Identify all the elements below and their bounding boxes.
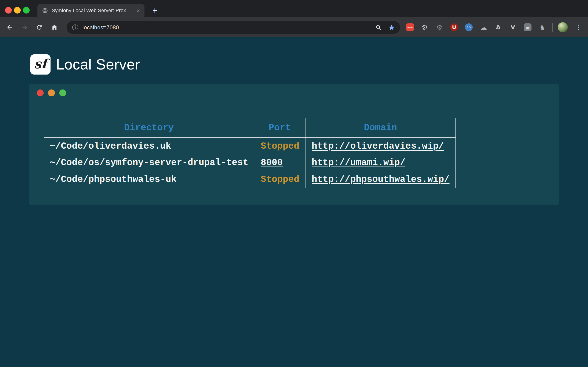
address-bar[interactable]: ⓘ localhost:7080 xyxy=(67,21,400,34)
port-link[interactable]: 8000 xyxy=(261,158,283,168)
domain-link[interactable]: http://phpsouthwales.wip/ xyxy=(312,174,450,185)
tab-strip: Symfony Local Web Server: Prox × + xyxy=(0,0,588,17)
extension-box-icon[interactable]: ▣ xyxy=(524,23,531,31)
reload-icon xyxy=(36,24,43,31)
servers-table: Directory Port Domain ~/Code/oliverdavie… xyxy=(44,118,456,188)
directory-cell: ~/Code/oliverdavies.uk xyxy=(44,138,254,154)
window-zoom-button[interactable] xyxy=(23,7,30,14)
column-header-port: Port xyxy=(254,118,305,138)
port-status: Stopped xyxy=(261,174,299,185)
tab-title: Symfony Local Web Server: Prox xyxy=(52,8,134,14)
page-info-icon[interactable]: ⓘ xyxy=(72,23,78,32)
extension-red-dots-icon[interactable]: ••• xyxy=(406,23,414,31)
column-header-domain: Domain xyxy=(305,118,456,138)
table-row: ~/Code/phpsouthwales-uk Stopped http://p… xyxy=(44,171,456,188)
forward-button[interactable] xyxy=(19,22,30,33)
tab-close-icon[interactable]: × xyxy=(137,8,140,14)
toolbar-separator xyxy=(552,23,553,32)
bookmark-button[interactable] xyxy=(388,24,395,31)
panel-green-dot xyxy=(59,90,66,96)
reload-button[interactable] xyxy=(34,22,45,33)
extension-cat-icon[interactable]: ♞ xyxy=(538,23,546,31)
page-title: Local Server xyxy=(56,54,140,75)
symfony-logo-text: sf xyxy=(34,56,47,73)
server-panel: Directory Port Domain ~/Code/oliverdavie… xyxy=(29,84,559,205)
panel-window-dots xyxy=(37,90,66,96)
extension-letter-v-icon[interactable]: V xyxy=(509,23,517,31)
extension-ublock-icon[interactable]: U xyxy=(450,23,458,31)
home-icon xyxy=(51,24,58,31)
forward-icon xyxy=(21,24,28,31)
table-row: ~/Code/os/symfony-server-drupal-test 800… xyxy=(44,154,456,171)
panel-red-dot xyxy=(37,90,44,96)
page-viewport: sf Local Server Directory Port Domain ~/… xyxy=(0,37,588,367)
bookmark-star-icon xyxy=(388,24,395,31)
column-header-directory: Directory xyxy=(44,118,254,138)
back-icon xyxy=(6,24,13,31)
extension-letter-a-icon[interactable]: A xyxy=(494,23,502,31)
browser-toolbar: ⓘ localhost:7080 •••⚙⚙U◠☁AV▣♞ ⋮ xyxy=(0,17,588,37)
extension-cog-icon[interactable]: ⚙ xyxy=(435,23,443,31)
table-row: ~/Code/oliverdavies.uk Stopped http://ol… xyxy=(44,138,456,154)
port-status: Stopped xyxy=(261,141,299,151)
url-text[interactable]: localhost:7080 xyxy=(82,24,119,31)
globe-favicon-icon xyxy=(42,8,48,14)
directory-cell: ~/Code/os/symfony-server-drupal-test xyxy=(44,154,254,171)
panel-orange-dot xyxy=(48,90,55,96)
domain-link[interactable]: http://oliverdavies.wip/ xyxy=(312,141,444,151)
window-controls xyxy=(5,7,30,14)
zoom-button[interactable] xyxy=(375,24,382,31)
new-tab-button[interactable]: + xyxy=(150,6,160,16)
window-close-button[interactable] xyxy=(5,7,12,14)
window-minimize-button[interactable] xyxy=(14,7,21,14)
back-button[interactable] xyxy=(4,22,15,33)
profile-avatar[interactable] xyxy=(558,22,568,32)
home-button[interactable] xyxy=(49,22,60,33)
domain-link[interactable]: http://umami.wip/ xyxy=(312,158,405,168)
extension-gear-icon[interactable]: ⚙ xyxy=(421,23,429,31)
zoom-icon xyxy=(375,24,382,31)
browser-tab[interactable]: Symfony Local Web Server: Prox × xyxy=(37,4,145,17)
extensions: •••⚙⚙U◠☁AV▣♞ xyxy=(406,23,546,31)
symfony-logo: sf xyxy=(30,54,51,75)
table-header-row: Directory Port Domain xyxy=(44,118,456,138)
directory-cell: ~/Code/phpsouthwales-uk xyxy=(44,171,254,188)
extension-blue-circle-icon[interactable]: ◠ xyxy=(465,23,473,31)
extension-cloud-icon[interactable]: ☁ xyxy=(480,23,487,31)
chrome-menu-button[interactable]: ⋮ xyxy=(573,22,584,33)
